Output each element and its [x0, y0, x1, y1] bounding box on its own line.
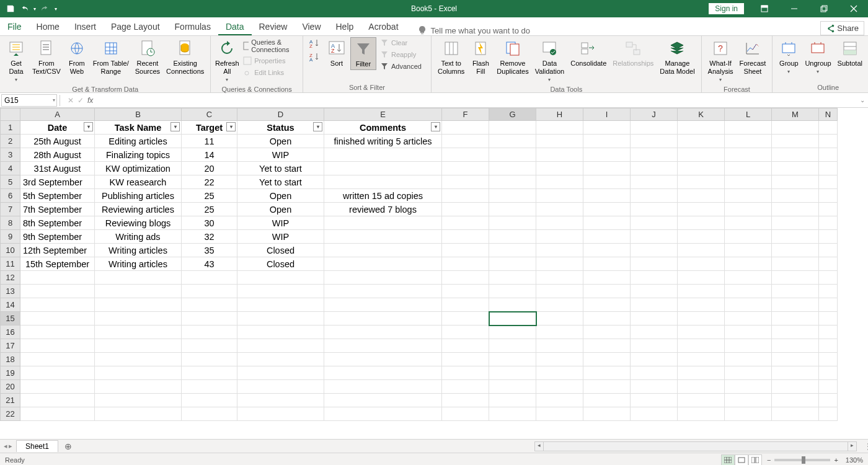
cell-G20[interactable] [489, 380, 536, 394]
cell-E20[interactable] [324, 380, 442, 394]
cell-B16[interactable] [95, 326, 182, 339]
cell-D19[interactable] [237, 366, 324, 380]
cell-E14[interactable] [324, 298, 442, 312]
save-icon[interactable] [4, 2, 17, 16]
cell-E17[interactable] [324, 339, 442, 353]
name-box[interactable]: G15▾ [1, 94, 57, 107]
tab-data[interactable]: Data [218, 18, 252, 35]
cell-G21[interactable] [489, 394, 536, 407]
cell-B19[interactable] [95, 366, 182, 380]
cell-A1[interactable]: Date▾ [20, 121, 95, 135]
column-header-H[interactable]: H [536, 108, 583, 121]
cell-G5[interactable] [489, 175, 536, 189]
flash-fill-button[interactable]: Flash Fill [468, 37, 493, 77]
cell-M9[interactable] [772, 230, 819, 244]
row-header-20[interactable]: 20 [1, 380, 20, 394]
cell-E4[interactable] [324, 162, 442, 175]
cell-G22[interactable] [489, 407, 536, 421]
cell-B13[interactable] [95, 285, 182, 298]
undo-more-icon[interactable]: ▾ [33, 6, 36, 12]
cell-L17[interactable] [725, 339, 772, 353]
cell-K20[interactable] [678, 380, 725, 394]
cell-G2[interactable] [489, 135, 536, 148]
cell-A15[interactable] [20, 312, 95, 326]
row-header-12[interactable]: 12 [1, 271, 20, 285]
cell-F12[interactable] [442, 271, 489, 285]
cell-K19[interactable] [678, 366, 725, 380]
cell-L16[interactable] [725, 326, 772, 339]
row-header-18[interactable]: 18 [1, 353, 20, 366]
cell-D4[interactable]: Yet to start [237, 162, 324, 175]
cell-B22[interactable] [95, 407, 182, 421]
cell-A13[interactable] [20, 285, 95, 298]
cell-A17[interactable] [20, 339, 95, 353]
consolidate-button[interactable]: Consolidate [568, 37, 609, 69]
cell-I4[interactable] [583, 162, 631, 175]
qat-customize-icon[interactable]: ▾ [55, 6, 57, 12]
row-header-22[interactable]: 22 [1, 407, 20, 421]
cell-E19[interactable] [324, 366, 442, 380]
cell-L22[interactable] [725, 407, 772, 421]
zoom-in-button[interactable]: + [834, 456, 838, 464]
cell-F4[interactable] [442, 162, 489, 175]
filter-dropdown-E[interactable]: ▾ [431, 122, 440, 131]
cell-B12[interactable] [95, 271, 182, 285]
cell-J11[interactable] [631, 257, 678, 271]
redo-icon[interactable] [37, 2, 51, 16]
cell-C14[interactable] [182, 298, 237, 312]
filter-dropdown-D[interactable]: ▾ [313, 122, 322, 131]
cell-A6[interactable]: 5th September [20, 189, 95, 203]
row-header-6[interactable]: 6 [1, 189, 20, 203]
cell-N4[interactable] [819, 162, 838, 175]
cell-H6[interactable] [536, 189, 583, 203]
filter-dropdown-C[interactable]: ▾ [226, 122, 236, 131]
row-header-11[interactable]: 11 [1, 257, 20, 271]
cell-G8[interactable] [489, 216, 536, 230]
cell-K6[interactable] [678, 189, 725, 203]
cell-L2[interactable] [725, 135, 772, 148]
cell-C8[interactable]: 30 [182, 216, 237, 230]
cell-I3[interactable] [583, 148, 631, 162]
column-header-N[interactable]: N [819, 108, 838, 121]
queries-connections-button[interactable]: Queries & Connections [241, 37, 299, 55]
cell-I13[interactable] [583, 285, 631, 298]
cell-C11[interactable]: 43 [182, 257, 237, 271]
cell-N21[interactable] [819, 394, 838, 407]
what-if-analysis-button[interactable]: ?What-If Analysis▾ [706, 37, 736, 84]
cell-G16[interactable] [489, 326, 536, 339]
existing-connections-button[interactable]: Existing Connections [164, 37, 206, 77]
cell-M6[interactable] [772, 189, 819, 203]
cell-N2[interactable] [819, 135, 838, 148]
cell-E11[interactable] [324, 257, 442, 271]
subtotal-button[interactable]: Subtotal [835, 37, 865, 69]
cell-J10[interactable] [631, 244, 678, 257]
row-header-17[interactable]: 17 [1, 339, 20, 353]
cell-M17[interactable] [772, 339, 819, 353]
cell-I17[interactable] [583, 339, 631, 353]
cell-L13[interactable] [725, 285, 772, 298]
cell-N16[interactable] [819, 326, 838, 339]
cell-D13[interactable] [237, 285, 324, 298]
cell-H22[interactable] [536, 407, 583, 421]
cell-J18[interactable] [631, 353, 678, 366]
cell-F17[interactable] [442, 339, 489, 353]
cell-M19[interactable] [772, 366, 819, 380]
cell-J13[interactable] [631, 285, 678, 298]
cell-G15[interactable] [489, 312, 536, 326]
cell-J8[interactable] [631, 216, 678, 230]
cell-J9[interactable] [631, 230, 678, 244]
sheet-nav-prev-icon[interactable]: ◂ [4, 442, 7, 450]
cell-K2[interactable] [678, 135, 725, 148]
cell-L1[interactable] [725, 121, 772, 135]
cell-I2[interactable] [583, 135, 631, 148]
cell-J12[interactable] [631, 271, 678, 285]
sort-button[interactable]: AZSort [324, 37, 349, 69]
cell-H15[interactable] [536, 312, 583, 326]
share-button[interactable]: Share [820, 21, 864, 35]
sheet-nav[interactable]: ◂▸ [0, 442, 16, 450]
cell-K22[interactable] [678, 407, 725, 421]
row-header-3[interactable]: 3 [1, 148, 20, 162]
cell-G9[interactable] [489, 230, 536, 244]
column-header-C[interactable]: C [182, 108, 237, 121]
cell-M11[interactable] [772, 257, 819, 271]
